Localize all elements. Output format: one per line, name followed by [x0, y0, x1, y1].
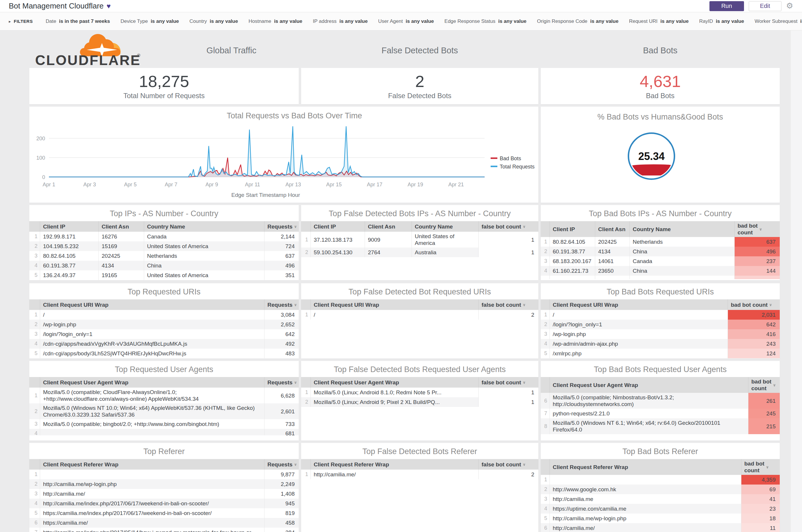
chevron-down-icon: ∨ [294, 379, 297, 386]
chevron-down-icon: ∨ [766, 464, 769, 471]
filter-chip[interactable]: Date is in the past 7 weeks [46, 18, 110, 24]
top-bad-bot-uris-table: Client Request URI Wrapbad bot count∨1/2… [541, 299, 780, 358]
column-header[interactable]: Client Request User Agent Wrap [40, 377, 264, 387]
sort-column-header[interactable]: bad bot count∨ [734, 221, 780, 237]
column-header[interactable]: Client Request User Agent Wrap [310, 377, 478, 387]
sort-column-header[interactable]: bad bot count∨ [741, 459, 780, 475]
filter-chip[interactable]: User Agent is any value [378, 18, 434, 24]
filter-chip[interactable]: Country is any value [190, 18, 238, 24]
table-row: 5136.24.49.3719165United States of Ameri… [29, 270, 299, 280]
top-uris-table: Client Request URI WrapRequests∨1/3,0842… [29, 299, 299, 358]
sort-column-header[interactable]: Requests∨ [264, 459, 299, 470]
row-number: 6 [541, 523, 550, 532]
sort-column-header[interactable]: Requests∨ [264, 221, 299, 232]
row-number: 2 [301, 248, 310, 257]
sort-column-header[interactable]: false bot count∨ [478, 377, 538, 387]
chevron-down-icon: ∨ [522, 301, 526, 308]
panel-title: Top Referer [29, 443, 299, 459]
table-row [541, 276, 780, 279]
table-row: 1/2,031 [541, 310, 780, 320]
column-header[interactable]: Client Request Referer Wrap [550, 459, 741, 475]
caret-right-icon[interactable]: ▸ [9, 19, 11, 24]
row-number: 3 [29, 329, 40, 339]
filter-chip[interactable]: Device Type is any value [120, 18, 179, 24]
column-header[interactable]: Client Request Referer Wrap [310, 459, 478, 470]
column-header[interactable]: Client IP [550, 221, 595, 237]
value-cell: 245 [748, 408, 780, 418]
svg-text:®: ® [137, 53, 140, 58]
gauge-value: 25.34 [629, 150, 674, 163]
x-tick-label: Apr 13 [285, 182, 301, 188]
cell: Netherlands [629, 237, 734, 247]
value-cell: 1,408 [264, 489, 299, 499]
panel-top-false-bot-user-agents: Top False Detected Bots Requested User A… [301, 361, 538, 441]
value-cell: 9,877 [264, 470, 299, 479]
column-header[interactable]: Country Name [144, 221, 264, 232]
value-cell: 23 [741, 504, 780, 514]
value-cell: 2,601 [264, 403, 299, 419]
cell: http://camilia.me/ [40, 489, 264, 499]
filter-chip[interactable]: IP address is any value [313, 18, 368, 24]
sort-column-header[interactable]: false bot count∨ [478, 299, 538, 310]
row-number: 2 [301, 397, 310, 407]
heart-icon: ♥ [107, 2, 111, 10]
row-number-header [541, 299, 550, 310]
filter-chip[interactable]: Edge Response Status is any value [444, 18, 527, 24]
run-button[interactable]: Run [709, 1, 744, 11]
row-number: 3 [541, 329, 550, 339]
cell: 68.183.200.167 [550, 256, 595, 266]
cell: /xmlrpc.php [550, 348, 728, 358]
filter-chip[interactable]: Hostname is any value [248, 18, 302, 24]
row-number: 3 [29, 419, 40, 429]
sort-column-header[interactable]: false bot count∨ [478, 221, 538, 232]
column-header[interactable]: Client Request Referer Wrap [40, 459, 264, 470]
column-header[interactable]: Client IP [40, 221, 98, 232]
column-header[interactable]: Client Request URI Wrap [310, 299, 478, 310]
cell: Netherlands [144, 251, 264, 261]
column-header[interactable]: Client IP [310, 221, 365, 232]
stat-value: 2 [415, 72, 424, 91]
gear-icon[interactable]: ⚙ [786, 2, 793, 10]
table-header-row: Client Request User Agent Wrapfalse bot … [301, 377, 538, 387]
column-title-bad-bots: Bad Bots [643, 46, 677, 55]
table-row: 6Mozilla/5.0 (compatible; Nimbostratus-B… [541, 393, 780, 408]
panel-title: Top False Detected Bots Requested User A… [301, 361, 538, 377]
panel-title: Top False Detected Bot Requested URIs [301, 283, 538, 299]
panel-title: Top False Detected Bots Referer [301, 443, 538, 459]
column-header[interactable]: Country Name [412, 221, 478, 232]
table-row: 7http://camilia.me/index.php/2017/05/14/… [29, 528, 299, 532]
column-header[interactable]: Country Name [629, 221, 734, 237]
column-header[interactable]: Client Asn [365, 221, 412, 232]
column-header[interactable]: Client Request User Agent Wrap [550, 377, 748, 393]
column-header[interactable]: Client Asn [595, 221, 629, 237]
column-header[interactable]: Client Request URI Wrap [40, 299, 264, 310]
sort-column-header[interactable]: Requests∨ [264, 299, 299, 310]
sort-column-header[interactable]: false bot count∨ [478, 459, 538, 470]
table-row: 368.183.200.16714061Canada237 [541, 256, 780, 266]
sort-column-header[interactable]: bad bot count∨ [728, 299, 780, 310]
filter-chip[interactable]: Request URI is any value [629, 18, 688, 24]
value-cell: 416 [728, 329, 780, 339]
filter-chip[interactable]: Worker Subrequest is… [755, 18, 802, 24]
table-row: 260.191.38.774134China496 [541, 247, 780, 256]
filter-chip[interactable]: Origin Response Code is any value [537, 18, 618, 24]
x-tick-label: Apr 19 [407, 182, 423, 188]
chevron-down-icon: ∨ [294, 223, 297, 230]
filters-label[interactable]: FILTERS [14, 19, 33, 24]
sort-column-header[interactable]: bad bot count∨ [748, 377, 780, 393]
table-header-row: Client Request URI Wrapfalse bot count∨ [301, 299, 538, 310]
value-cell: 1 [478, 387, 538, 397]
edit-button[interactable]: Edit [749, 1, 782, 11]
column-header[interactable]: Client Request URI Wrap [550, 299, 728, 310]
table-row: 2/login/?login_only=1642 [541, 320, 780, 329]
panel-title: Top Requested User Agents [29, 361, 299, 377]
sort-column-header[interactable]: Requests∨ [264, 377, 299, 387]
row-number: 7 [541, 408, 550, 418]
top-referer-table: Client Request Referer WrapRequests∨19,8… [29, 459, 299, 532]
filter-chip[interactable]: RayID is any value [699, 18, 744, 24]
chevron-down-icon: ∨ [773, 382, 776, 388]
row-number: 7 [29, 528, 40, 532]
column-header[interactable]: Client Asn [98, 221, 144, 232]
top-bad-bot-referer-table: Client Request Referer Wrapbad bot count… [541, 459, 780, 532]
scrollbar-track[interactable] [790, 31, 802, 532]
